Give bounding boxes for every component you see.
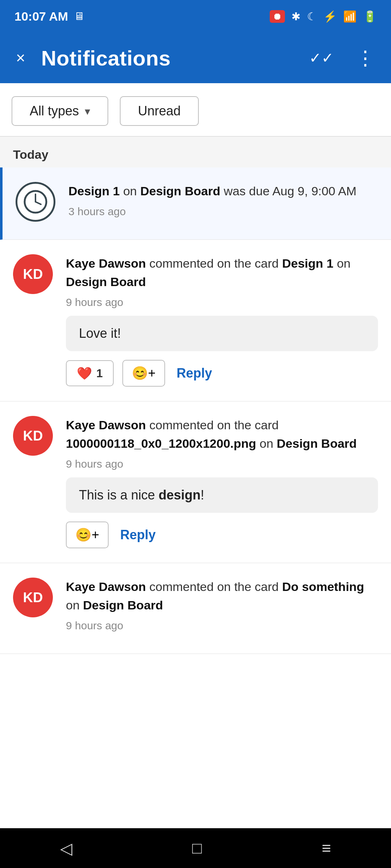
notif-text-love: Kaye Dawson commented on the card Design…	[66, 254, 378, 291]
action-row-love: ❤️ 1 😊+ Reply	[66, 360, 378, 387]
emoji-add-icon-2: 😊+	[75, 527, 99, 542]
app-header: × Notifications ✓✓ ⋮	[0, 33, 391, 83]
notif-board-name-2: Design Board	[66, 275, 146, 289]
bluetooth-icon: ✱	[291, 10, 300, 23]
notification-item-due[interactable]: Design 1 on Design Board was due Aug 9, …	[0, 167, 391, 240]
svg-line-2	[35, 202, 41, 204]
header-right: ✓✓ ⋮	[306, 44, 378, 72]
notif-time-nice: 9 hours ago	[66, 458, 378, 470]
avatar-kd-3: KD	[13, 578, 53, 617]
notification-item-do-something[interactable]: KD Kaye Dawson commented on the card Do …	[0, 563, 391, 654]
notif-card-name: Design 1	[68, 184, 120, 198]
notif-board-name: Design Board	[140, 184, 220, 198]
notif-content-do: Kaye Dawson commented on the card Do som…	[66, 578, 378, 639]
status-bar: 10:07 AM 🖥 ⏺ ✱ ☾ ⚡ 📶 🔋	[0, 0, 391, 33]
section-today: Today	[0, 137, 391, 167]
unread-label: Unread	[138, 103, 181, 119]
comment-text-love: Love it!	[79, 326, 121, 341]
status-bar-left: 10:07 AM 🖥	[14, 9, 85, 24]
more-options-button[interactable]: ⋮	[353, 44, 378, 72]
notif-content-love: Kaye Dawson commented on the card Design…	[66, 254, 378, 387]
notif-text-do: Kaye Dawson commented on the card Do som…	[66, 578, 378, 614]
notification-item-nice-design[interactable]: KD Kaye Dawson commented on the card 100…	[0, 401, 391, 563]
notif-time-love: 9 hours ago	[66, 296, 378, 309]
comment-bubble-nice: This is a nice design!	[66, 477, 378, 513]
notif-board-name-4: Design Board	[83, 598, 163, 612]
notif-text-due: Design 1 on Design Board was due Aug 9, …	[68, 182, 378, 200]
reply-button-nice[interactable]: Reply	[117, 522, 159, 548]
moon-icon: ☾	[307, 10, 317, 23]
battery-icon: 🔋	[363, 10, 377, 23]
heart-reaction-button[interactable]: ❤️ 1	[66, 360, 114, 386]
notif-card-name-3: 1000000118_0x0_1200x1200.png	[66, 437, 256, 450]
status-time: 10:07 AM	[14, 9, 68, 24]
notif-text-nice: Kaye Dawson commented on the card 100000…	[66, 416, 378, 453]
all-types-filter[interactable]: All types ▾	[12, 96, 108, 126]
menu-button[interactable]: ≡	[307, 833, 346, 863]
unread-filter[interactable]: Unread	[120, 96, 199, 126]
emoji-reaction-button[interactable]: 😊+	[122, 360, 165, 387]
page-title: Notifications	[41, 46, 171, 70]
notification-item-love[interactable]: KD Kaye Dawson commented on the card Des…	[0, 240, 391, 401]
comment-bubble-love: Love it!	[66, 316, 378, 351]
record-icon: ⏺	[270, 10, 285, 23]
notif-content-due: Design 1 on Design Board was due Aug 9, …	[68, 182, 378, 225]
heart-icon: ❤️	[77, 366, 92, 380]
notif-user-name-4: Kaye Dawson	[66, 580, 146, 593]
action-row-nice: 😊+ Reply	[66, 522, 378, 548]
clock-svg	[23, 189, 48, 214]
close-button[interactable]: ×	[13, 46, 28, 70]
notif-card-name-4: Do something	[282, 580, 364, 593]
avatar-kd-2: KD	[13, 416, 53, 456]
notif-content-nice: Kaye Dawson commented on the card 100000…	[66, 416, 378, 548]
status-bar-right: ⏺ ✱ ☾ ⚡ 📶 🔋	[270, 10, 377, 23]
emoji-add-icon: 😊+	[132, 366, 156, 381]
notif-time-do: 9 hours ago	[66, 620, 378, 632]
notif-board-name-3: Design Board	[277, 437, 357, 450]
mark-all-read-button[interactable]: ✓✓	[306, 47, 337, 69]
heart-count: 1	[96, 367, 103, 380]
notif-time-due: 3 hours ago	[68, 205, 378, 218]
comment-text-nice: This is a nice design!	[79, 488, 204, 502]
screen-icon: 🖥	[74, 10, 85, 22]
bolt-icon: ⚡	[323, 10, 337, 23]
filter-row: All types ▾ Unread	[0, 83, 391, 137]
header-left: × Notifications	[13, 46, 171, 70]
notif-user-name-3: Kaye Dawson	[66, 418, 146, 432]
clock-icon	[16, 182, 55, 222]
bottom-nav: ◁ □ ≡	[0, 828, 391, 868]
emoji-reaction-button-2[interactable]: 😊+	[66, 522, 109, 548]
reply-button-love[interactable]: Reply	[174, 361, 215, 386]
chevron-down-icon: ▾	[85, 105, 90, 118]
avatar-kd-1: KD	[13, 254, 53, 294]
home-button[interactable]: □	[178, 833, 216, 863]
notifications-list: Today Design 1 on Design Board was due A…	[0, 137, 391, 654]
wifi-icon: 📶	[343, 10, 357, 23]
back-button[interactable]: ◁	[46, 833, 87, 863]
notif-user-name: Kaye Dawson	[66, 256, 146, 270]
all-types-label: All types	[30, 103, 79, 119]
notif-card-name-2: Design 1	[282, 256, 333, 270]
